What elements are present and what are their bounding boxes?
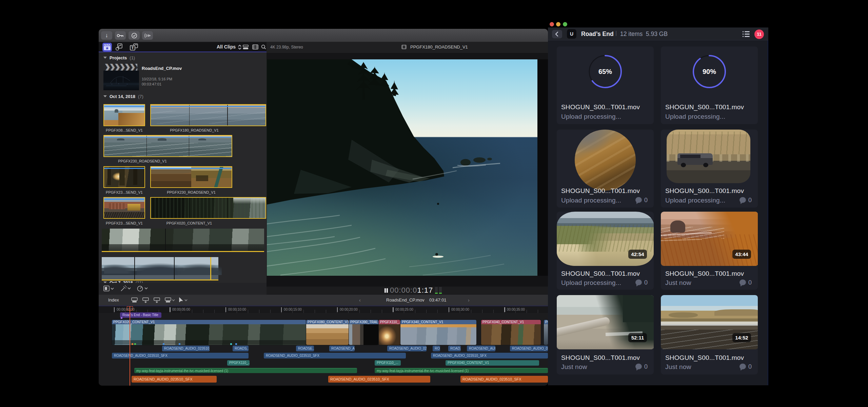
svg-text:T: T	[132, 46, 134, 50]
svg-text:90%: 90%	[703, 68, 716, 75]
svg-text:65%: 65%	[598, 68, 612, 75]
